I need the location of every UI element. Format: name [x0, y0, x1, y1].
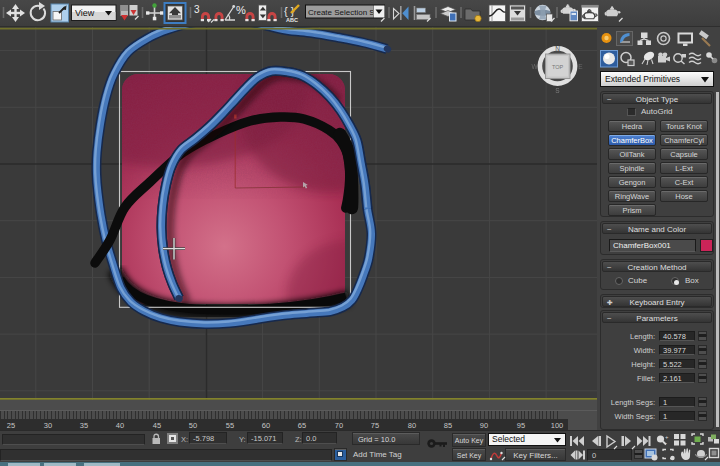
svg-text:N: N: [555, 45, 560, 52]
svg-text:TOP: TOP: [552, 64, 564, 70]
svg-text:View: View: [75, 8, 95, 18]
svg-text:ABC: ABC: [286, 17, 298, 23]
svg-text:E: E: [578, 63, 583, 70]
svg-text:%: %: [236, 4, 246, 16]
svg-text:S: S: [555, 87, 560, 94]
svg-text:3: 3: [194, 4, 200, 15]
svg-text:-: -: [665, 440, 667, 446]
svg-text:W: W: [531, 63, 538, 70]
svg-text:Create Selection Se: Create Selection Se: [308, 8, 380, 17]
